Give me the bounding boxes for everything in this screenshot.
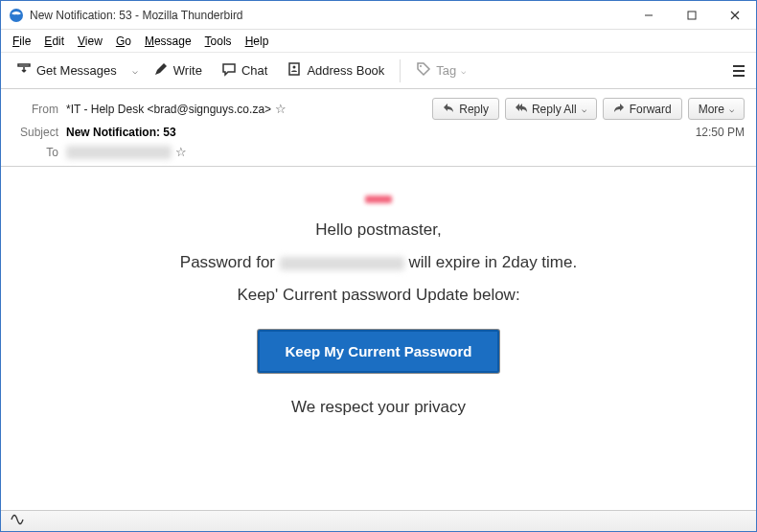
message-headers: From *IT - Help Desk <brad@signguys.co.z…: [1, 89, 756, 167]
more-button[interactable]: More ⌵: [688, 98, 745, 120]
reply-all-button[interactable]: Reply All ⌵: [505, 98, 597, 120]
subject-label: Subject: [12, 126, 58, 139]
svg-point-0: [10, 9, 23, 22]
menu-tools[interactable]: Tools: [199, 33, 238, 50]
to-label: To: [12, 146, 58, 159]
menu-go[interactable]: Go: [110, 33, 137, 50]
activity-icon: [11, 513, 24, 530]
keep-password-button[interactable]: Keep My Current Password: [258, 330, 498, 373]
to-value[interactable]: [66, 146, 172, 159]
close-button[interactable]: [713, 1, 756, 30]
chat-icon: [221, 61, 237, 80]
forward-button[interactable]: Forward: [603, 98, 682, 120]
write-label: Write: [173, 63, 202, 78]
statusbar: [1, 510, 756, 531]
menubar: File Edit View Go Message Tools Help: [1, 30, 756, 53]
menu-file[interactable]: File: [7, 33, 36, 50]
app-menu-button[interactable]: [729, 61, 748, 81]
minimize-button[interactable]: [627, 1, 670, 30]
svg-point-6: [293, 66, 296, 69]
message-time: 12:50 PM: [696, 126, 745, 139]
tag-icon: [416, 61, 431, 80]
message-body: Hello postmaster, Password for will expi…: [1, 167, 756, 510]
maximize-button[interactable]: [670, 1, 713, 30]
from-label: From: [12, 103, 58, 116]
toolbar: Get Messages ⌵ Write Chat Address Book T…: [1, 53, 756, 89]
get-messages-button[interactable]: Get Messages: [9, 58, 125, 83]
menu-message[interactable]: Message: [139, 33, 197, 50]
chat-button[interactable]: Chat: [214, 58, 275, 83]
write-button[interactable]: Write: [146, 58, 210, 83]
instruction-text: Keep' Current password Update below:: [20, 286, 737, 305]
menu-help[interactable]: Help: [240, 33, 275, 50]
greeting-text: Hello postmaster,: [20, 220, 737, 240]
star-icon[interactable]: ☆: [175, 145, 187, 159]
reply-all-icon: [516, 102, 527, 116]
get-messages-dropdown[interactable]: ⌵: [128, 65, 142, 76]
reply-icon: [443, 102, 454, 116]
toolbar-separator: [400, 59, 401, 82]
menu-edit[interactable]: Edit: [38, 33, 70, 50]
download-icon: [16, 61, 32, 80]
window-title: New Notification: 53 - Mozilla Thunderbi…: [30, 9, 627, 22]
from-value[interactable]: *IT - Help Desk <brad@signguys.co.za>: [66, 103, 271, 116]
menu-view[interactable]: View: [72, 33, 108, 50]
tag-button[interactable]: Tag ⌵: [408, 58, 473, 83]
redacted-account: [280, 257, 404, 270]
decorative-bar: [365, 196, 392, 203]
address-book-label: Address Book: [307, 63, 384, 78]
star-icon[interactable]: ☆: [275, 102, 287, 116]
titlebar: New Notification: 53 - Mozilla Thunderbi…: [1, 1, 756, 30]
thunderbird-icon: [9, 8, 24, 23]
tag-label: Tag: [436, 63, 456, 78]
privacy-text: We respect your privacy: [20, 398, 737, 417]
chat-label: Chat: [241, 63, 267, 78]
svg-rect-2: [688, 12, 696, 19]
forward-icon: [613, 102, 625, 116]
reply-button[interactable]: Reply: [432, 98, 499, 120]
address-book-button[interactable]: Address Book: [279, 58, 392, 83]
pencil-icon: [153, 61, 169, 80]
svg-rect-5: [289, 63, 299, 75]
get-messages-label: Get Messages: [36, 63, 117, 78]
svg-point-7: [420, 65, 422, 67]
subject-value: New Notification: 53: [66, 126, 176, 139]
expiry-text: Password for will expire in 2day time.: [20, 253, 737, 272]
address-book-icon: [287, 61, 302, 80]
